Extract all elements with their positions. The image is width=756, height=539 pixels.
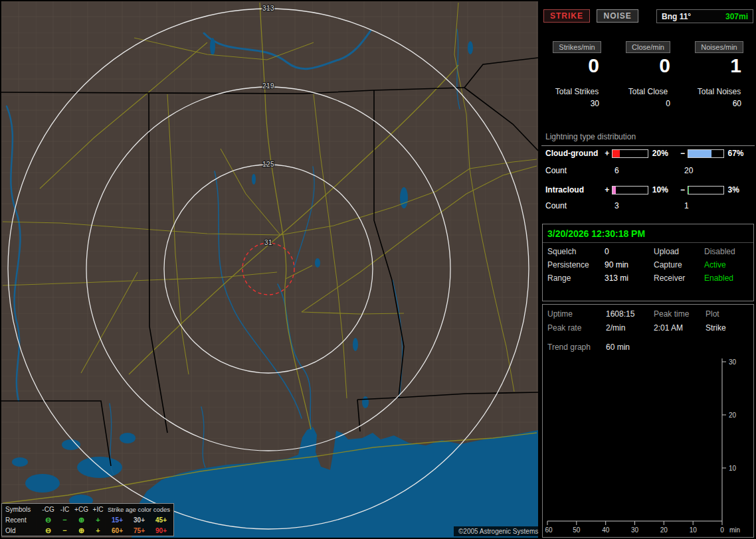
legend-age-header: Strike age color codes	[106, 506, 170, 513]
map-legend: Symbols -CG -IC +CG +IC Strike age color…	[1, 503, 174, 536]
receiver-label: Receiver	[654, 273, 704, 283]
legend-col-cg-neg: -CG	[40, 506, 56, 513]
squelch-value: 0	[605, 247, 654, 256]
intracloud-count-row: Count 3 1	[541, 201, 755, 210]
distribution-title: Lightning type distribution	[541, 132, 755, 146]
old-cg-pos-icon: ⊕	[73, 526, 90, 535]
strikes-per-min-button[interactable]: Strikes/min	[553, 41, 601, 53]
old-ic-pos-icon: +	[90, 526, 106, 534]
old-ic-neg-icon: −	[56, 526, 73, 534]
stats-row-1: Uptime 1608:15 Peak time Plot	[543, 309, 753, 319]
status-row-squelch: Squelch 0 Upload Disabled	[543, 247, 753, 256]
ic-negative-count: 1	[684, 201, 689, 210]
copyright-notice: ©2005 Astrogenic Systems	[454, 526, 543, 536]
strike-mode-button[interactable]: STRIKE	[543, 9, 590, 23]
ic-negative-fill	[688, 187, 690, 194]
legend-header-row: Symbols -CG -IC +CG +IC Strike age color…	[2, 504, 173, 514]
intracloud-label: Intracloud	[541, 185, 604, 194]
legend-recent-label: Recent	[2, 516, 40, 524]
strike-map-svg: 313 219 125 31	[1, 1, 538, 538]
persistence-value: 90 min	[605, 260, 654, 270]
cg-negative-bar	[688, 149, 724, 158]
legend-old-row: Old ⊖ − ⊕ + 60+ 75+ 90+	[2, 525, 173, 536]
ic-positive-count: 3	[614, 201, 684, 210]
total-noises-label: Total Noises	[684, 87, 755, 96]
trend-graph-row: Trend graph 60 min	[543, 343, 753, 352]
recent-ic-neg-icon: −	[56, 516, 73, 524]
age-75: 75+	[128, 527, 150, 534]
recent-cg-pos-icon: ⊕	[73, 516, 90, 524]
range-label: Range	[547, 273, 605, 283]
cloud-ground-row: Cloud-ground + 20% − 67%	[541, 149, 755, 158]
trend-y-tick-20: 20	[729, 412, 737, 419]
upload-state: Disabled	[704, 247, 753, 256]
cloud-ground-label: Cloud-ground	[541, 149, 604, 158]
squelch-label: Squelch	[547, 247, 605, 256]
cloud-ground-count-row: Count 6 20	[541, 166, 755, 175]
upload-label: Upload	[654, 247, 704, 256]
total-strikes-value: 30	[541, 99, 613, 108]
cg-positive-count: 6	[614, 166, 684, 175]
receiver-state: Enabled	[704, 273, 753, 283]
trend-graph-label: Trend graph	[547, 343, 606, 352]
legend-old-label: Old	[2, 527, 40, 534]
plot-label: Plot	[706, 309, 753, 319]
age-90: 90+	[150, 527, 172, 534]
total-close-label: Total Close	[613, 87, 684, 96]
legend-col-cg-pos: +CG	[73, 506, 90, 513]
age-45: 45+	[150, 516, 172, 524]
cg-negative-fill	[688, 150, 711, 157]
mode-toolbar: STRIKE NOISE Bng 11° 307mi	[543, 9, 753, 24]
cg-positive-pct: 20%	[650, 149, 680, 158]
noise-mode-button[interactable]: NOISE	[597, 9, 638, 23]
count-label: Count	[541, 166, 614, 175]
recent-cg-neg-icon: ⊖	[40, 516, 56, 524]
trend-graph: 30 20 10 60 50 40 30 20 10 0 min	[543, 355, 755, 538]
total-labels: Total Strikes Total Close Total Noises	[541, 87, 755, 96]
close-per-min-button[interactable]: Close/min	[626, 41, 670, 53]
ring-label-313: 313	[262, 5, 274, 12]
status-row-range: Range 313 mi Receiver Enabled	[543, 273, 753, 283]
peak-time-label: Peak time	[654, 309, 706, 319]
plus-sign: +	[604, 185, 611, 194]
ring-label-125: 125	[262, 161, 274, 168]
noises-per-min-button[interactable]: Noises/min	[695, 41, 743, 53]
minus-sign: −	[679, 149, 686, 158]
legend-symbols-header: Symbols	[2, 506, 40, 513]
count-label: Count	[541, 201, 614, 210]
session-stats-box: Uptime 1608:15 Peak time Plot Peak rate …	[542, 304, 754, 538]
ic-negative-pct: 3%	[725, 185, 755, 194]
minus-sign: −	[679, 185, 686, 194]
capture-label: Capture	[654, 260, 704, 270]
rate-headers: Strikes/min Close/min Noises/min	[541, 41, 755, 53]
uptime-value: 1608:15	[606, 309, 654, 319]
cg-positive-bar	[612, 149, 648, 158]
trend-x-tick-20: 20	[660, 526, 668, 534]
cg-positive-fill	[613, 150, 620, 157]
cg-negative-count: 20	[684, 166, 693, 175]
legend-col-ic-pos: +IC	[90, 506, 106, 513]
ring-label-219: 219	[262, 82, 274, 90]
legend-recent-row: Recent ⊖ − ⊕ + 15+ 30+ 45+	[2, 514, 173, 525]
age-30: 30+	[128, 516, 150, 524]
capture-state: Active	[704, 260, 753, 270]
strikes-rate-value: 0	[541, 56, 613, 76]
receiver-status-box: 3/20/2026 12:30:18 PM Squelch 0 Upload D…	[542, 224, 754, 301]
trend-x-unit: min	[729, 526, 740, 534]
bearing-range: 307mi	[725, 12, 748, 21]
trend-x-tick-30: 30	[631, 526, 639, 534]
plus-sign: +	[604, 149, 611, 158]
trend-x-tick-60: 60	[545, 526, 553, 534]
current-datetime: 3/20/2026 12:30:18 PM	[543, 224, 753, 243]
close-rate-value: 0	[613, 56, 684, 76]
age-15: 15+	[106, 516, 128, 524]
uptime-label: Uptime	[547, 309, 606, 319]
trend-graph-value: 60 min	[606, 343, 654, 352]
ic-positive-bar	[612, 186, 648, 194]
intracloud-row: Intracloud + 10% − 3%	[541, 185, 755, 194]
strike-map[interactable]: 313 219 125 31 Symbols -CG -IC +CG +IC S…	[1, 1, 538, 538]
trend-x-tick-50: 50	[573, 526, 581, 534]
status-row-persistence: Persistence 90 min Capture Active	[543, 260, 753, 270]
trend-x-tick-40: 40	[602, 526, 610, 534]
trend-x-tick-0: 0	[720, 526, 724, 534]
